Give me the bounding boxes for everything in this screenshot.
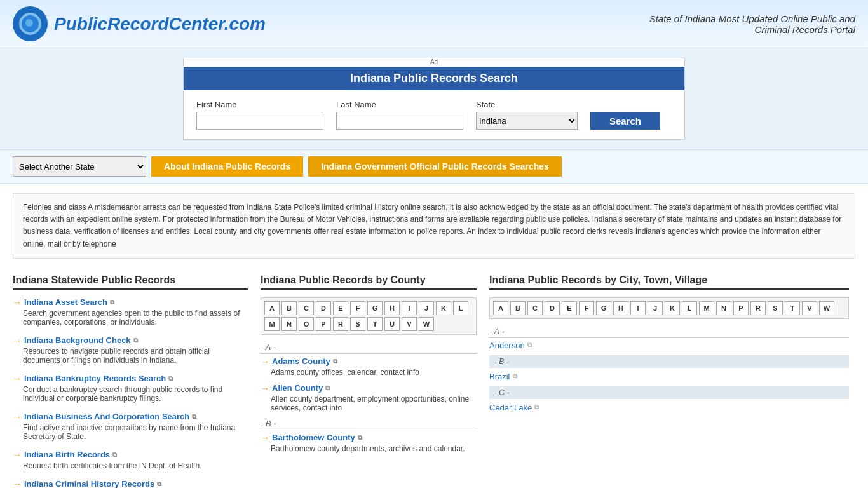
nav-bar: Select Another State About Indiana Publi… <box>0 149 868 184</box>
brazil-link[interactable]: Brazil ⧉ <box>489 372 849 381</box>
logo-icon <box>13 6 48 41</box>
city-alpha-c[interactable]: C <box>527 301 543 315</box>
alpha-l[interactable]: L <box>453 301 468 315</box>
allen-county-desc: Allen county department, employment oppo… <box>261 395 477 412</box>
ext-icon: ⧉ <box>534 403 539 411</box>
alpha-c[interactable]: C <box>299 301 314 315</box>
statewide-column: Indiana Statewide Public Records Indiana… <box>13 274 254 488</box>
cedar-lake-link[interactable]: Cedar Lake ⧉ <box>489 403 849 412</box>
alpha-v[interactable]: V <box>402 317 417 331</box>
ext-icon: ⧉ <box>333 358 337 365</box>
site-name: PublicRecordCenter.com <box>54 14 266 34</box>
alpha-o[interactable]: O <box>299 317 314 331</box>
city-column: Indiana Public Records by City, Town, Vi… <box>483 274 855 488</box>
city-title: Indiana Public Records by City, Town, Vi… <box>489 274 849 290</box>
last-name-group: Last Name <box>336 100 463 130</box>
main-columns: Indiana Statewide Public Records Indiana… <box>0 268 868 488</box>
ext-icon: ⧉ <box>168 375 173 383</box>
ext-icon: ⧉ <box>157 480 161 488</box>
city-alpha-l[interactable]: L <box>682 301 697 315</box>
list-item: Allen County ⧉ Allen county department, … <box>261 383 477 412</box>
allen-county-link[interactable]: Allen County ⧉ <box>261 383 477 393</box>
bartholomew-county-link[interactable]: Bartholomew County ⧉ <box>261 433 477 443</box>
city-alpha-a[interactable]: A <box>493 301 508 315</box>
background-check-desc: Resources to navigate public records and… <box>13 347 248 365</box>
city-section-b-bar: - B - <box>489 355 849 368</box>
city-alpha-v[interactable]: V <box>802 301 817 315</box>
list-item: Indiana Criminal History Records ⧉ <box>13 479 248 488</box>
alpha-g[interactable]: G <box>367 301 383 315</box>
asset-search-link[interactable]: Indiana Asset Search ⧉ <box>13 297 248 308</box>
city-alpha-n[interactable]: N <box>716 301 731 315</box>
city-alpha-t[interactable]: T <box>785 301 800 315</box>
about-button[interactable]: About Indiana Public Records <box>151 156 303 177</box>
search-button[interactable]: Search <box>590 112 660 130</box>
last-name-input[interactable] <box>336 112 463 130</box>
first-name-group: First Name <box>196 100 323 130</box>
city-alpha-d[interactable]: D <box>545 301 560 315</box>
official-button[interactable]: Indiana Government Official Public Recor… <box>308 156 562 177</box>
asset-search-desc: Search government agencies open to the p… <box>13 309 248 327</box>
alpha-f[interactable]: F <box>350 301 365 315</box>
county-section-b: - B - <box>261 419 477 430</box>
alpha-m[interactable]: M <box>264 317 280 331</box>
list-item: Indiana Asset Search ⧉ Search government… <box>13 297 248 327</box>
alpha-e[interactable]: E <box>333 301 348 315</box>
city-alpha-p[interactable]: P <box>733 301 749 315</box>
city-alpha-m[interactable]: M <box>699 301 714 315</box>
birth-records-desc: Request birth certificates from the IN D… <box>13 461 248 470</box>
alpha-n[interactable]: N <box>281 317 297 331</box>
list-item: Indiana Birth Records ⧉ Request birth ce… <box>13 450 248 470</box>
alpha-d[interactable]: D <box>316 301 331 315</box>
city-alpha-k[interactable]: K <box>665 301 680 315</box>
criminal-history-link[interactable]: Indiana Criminal History Records ⧉ <box>13 479 248 488</box>
city-alpha-r[interactable]: R <box>750 301 766 315</box>
ext-icon: ⧉ <box>192 413 196 421</box>
county-section-a: - A - <box>261 342 477 354</box>
alpha-j[interactable]: J <box>419 301 434 315</box>
city-alpha-b[interactable]: B <box>510 301 526 315</box>
ext-icon: ⧉ <box>527 341 532 349</box>
city-alpha-j[interactable]: J <box>648 301 663 315</box>
adams-county-link[interactable]: Adams County ⧉ <box>261 356 477 367</box>
county-title: Indiana Public Records by County <box>261 274 477 290</box>
first-name-input[interactable] <box>196 112 323 130</box>
alpha-i[interactable]: I <box>402 301 417 315</box>
city-alpha-h[interactable]: H <box>613 301 628 315</box>
city-alpha-i[interactable]: I <box>630 301 646 315</box>
city-alpha-g[interactable]: G <box>596 301 611 315</box>
alpha-a[interactable]: A <box>264 301 280 315</box>
city-alpha-w[interactable]: W <box>819 301 834 315</box>
alpha-t[interactable]: T <box>367 317 383 331</box>
city-section-c-bar: - C - <box>489 386 849 399</box>
state-label: State <box>476 100 578 109</box>
list-item: Anderson ⧉ <box>489 341 849 350</box>
alpha-p[interactable]: P <box>316 317 331 331</box>
city-alpha-e[interactable]: E <box>562 301 577 315</box>
state-select-ad[interactable]: Indiana <box>476 112 578 130</box>
county-alpha-grid: A B C D E F G H I J K L M N O P R S T U … <box>261 297 477 335</box>
alpha-w[interactable]: W <box>419 317 434 331</box>
first-name-label: First Name <box>196 100 323 109</box>
anderson-link[interactable]: Anderson ⧉ <box>489 341 849 350</box>
bankruptcy-link[interactable]: Indiana Bankruptcy Records Search ⧉ <box>13 374 248 384</box>
birth-records-link[interactable]: Indiana Birth Records ⧉ <box>13 450 248 460</box>
city-alpha-s[interactable]: S <box>768 301 783 315</box>
background-check-link[interactable]: Indiana Background Check ⧉ <box>13 336 248 346</box>
state-group: State Indiana <box>476 100 578 130</box>
alpha-k[interactable]: K <box>436 301 451 315</box>
city-section-a: - A - <box>489 327 849 338</box>
business-link[interactable]: Indiana Business And Corporation Search … <box>13 412 248 422</box>
alpha-s[interactable]: S <box>350 317 365 331</box>
alpha-b[interactable]: B <box>281 301 297 315</box>
alpha-r[interactable]: R <box>333 317 348 331</box>
list-item: Indiana Business And Corporation Search … <box>13 412 248 441</box>
statewide-title: Indiana Statewide Public Records <box>13 274 248 290</box>
alpha-u[interactable]: U <box>384 317 400 331</box>
county-column: Indiana Public Records by County A B C D… <box>254 274 483 488</box>
alpha-h[interactable]: H <box>384 301 400 315</box>
header: PublicRecordCenter.com State of Indiana … <box>0 0 868 48</box>
city-alpha-f[interactable]: F <box>579 301 594 315</box>
list-item: Adams County ⧉ Adams county offices, cal… <box>261 356 477 377</box>
state-select-nav[interactable]: Select Another State <box>13 156 146 177</box>
